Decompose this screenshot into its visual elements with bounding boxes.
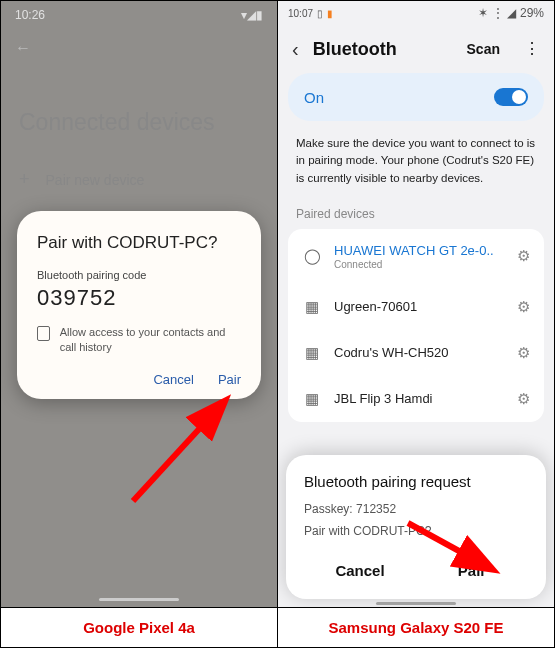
caption: Google Pixel 4a <box>1 607 277 647</box>
pairing-dialog: Bluetooth pairing request Passkey: 71235… <box>286 455 546 599</box>
plus-icon: + <box>19 169 30 190</box>
pair-new-device-row[interactable]: + Pair new device <box>19 169 144 190</box>
device-row[interactable]: ▦ Codru's WH-CH520 ⚙ <box>288 330 544 376</box>
back-arrow[interactable]: ← <box>15 39 31 57</box>
notification-icon-accent: ▮ <box>327 8 333 19</box>
device-name: Ugreen-70601 <box>334 299 505 314</box>
device-name: HUAWEI WATCH GT 2e-0.. <box>334 243 505 258</box>
pair-new-device-label: Pair new device <box>46 172 145 188</box>
status-bar: 10:26 ▾◢▮ <box>1 1 277 29</box>
pairing-code: 039752 <box>37 285 241 311</box>
cancel-button[interactable]: Cancel <box>153 372 193 387</box>
caption: Samsung Galaxy S20 FE <box>278 607 554 647</box>
dialog-title: Pair with CODRUT-PC? <box>37 233 241 253</box>
page-title: Bluetooth <box>313 39 453 60</box>
device-row[interactable]: ◯ HUAWEI WATCH GT 2e-0.. Connected ⚙ <box>288 229 544 284</box>
pairing-dialog: Pair with CODRUT-PC? Bluetooth pairing c… <box>17 211 261 399</box>
info-text: Make sure the device you want to connect… <box>278 121 554 201</box>
paired-devices-list: ◯ HUAWEI WATCH GT 2e-0.. Connected ⚙ ▦ U… <box>288 229 544 422</box>
pair-with-text: Pair with CODRUT-PC? <box>304 524 528 538</box>
status-icons: ✶ ⋮ ◢ 29% <box>478 6 544 20</box>
qr-icon: ▦ <box>302 344 322 362</box>
pairing-code-label: Bluetooth pairing code <box>37 269 241 281</box>
home-indicator <box>376 602 456 605</box>
device-name: Codru's WH-CH520 <box>334 345 505 360</box>
device-row[interactable]: ▦ Ugreen-70601 ⚙ <box>288 284 544 330</box>
passkey-row: Passkey: 712352 <box>304 502 528 516</box>
more-menu-icon[interactable]: ⋮ <box>524 46 540 52</box>
gear-icon[interactable]: ⚙ <box>517 344 530 362</box>
home-indicator <box>99 598 179 601</box>
pair-button[interactable]: Pair <box>218 372 241 387</box>
clock: 10:07 <box>288 8 313 19</box>
watch-icon: ◯ <box>302 247 322 265</box>
device-name: JBL Flip 3 Hamdi <box>334 391 505 406</box>
back-button[interactable]: ‹ <box>292 38 299 61</box>
qr-icon: ▦ <box>302 390 322 408</box>
status-icons: ▾◢▮ <box>241 8 263 22</box>
checkbox-label: Allow access to your contacts and call h… <box>60 325 241 356</box>
paired-devices-label: Paired devices <box>278 201 554 229</box>
device-status: Connected <box>334 259 505 270</box>
toggle-switch[interactable] <box>494 88 528 106</box>
bluetooth-toggle-row[interactable]: On <box>288 73 544 121</box>
status-bar: 10:07 ▯ ▮ ✶ ⋮ ◢ 29% <box>278 1 554 25</box>
notification-icon: ▯ <box>317 8 323 19</box>
pair-button[interactable]: Pair <box>416 550 528 591</box>
contacts-checkbox-row[interactable]: Allow access to your contacts and call h… <box>37 325 241 356</box>
on-label: On <box>304 89 494 106</box>
gear-icon[interactable]: ⚙ <box>517 298 530 316</box>
gear-icon[interactable]: ⚙ <box>517 247 530 265</box>
clock: 10:26 <box>15 8 45 22</box>
scan-button[interactable]: Scan <box>467 41 500 57</box>
device-row[interactable]: ▦ JBL Flip 3 Hamdi ⚙ <box>288 376 544 422</box>
cancel-button[interactable]: Cancel <box>304 550 416 591</box>
dialog-title: Bluetooth pairing request <box>304 473 528 490</box>
checkbox-icon[interactable] <box>37 326 50 341</box>
page-title: Connected devices <box>19 109 215 136</box>
gear-icon[interactable]: ⚙ <box>517 390 530 408</box>
qr-icon: ▦ <box>302 298 322 316</box>
